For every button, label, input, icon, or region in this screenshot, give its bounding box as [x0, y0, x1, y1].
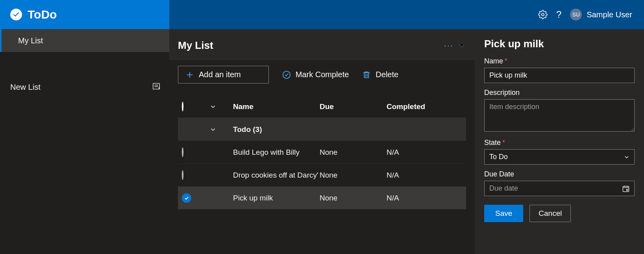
table-header: Name Due Completed: [178, 95, 466, 118]
collapse-all-toggle[interactable]: [209, 103, 233, 110]
description-input[interactable]: [484, 99, 635, 132]
row-name: Drop cookies off at Darcy': [233, 171, 320, 180]
new-list-icon: [152, 82, 161, 93]
table-row[interactable]: Drop cookies off at Darcy' None N/A: [178, 164, 466, 187]
group-toggle[interactable]: [209, 126, 233, 133]
svg-point-8: [283, 71, 290, 78]
row-due: None: [320, 148, 387, 157]
name-input[interactable]: [484, 68, 635, 83]
svg-rect-9: [365, 72, 369, 78]
help-icon[interactable]: ?: [556, 9, 561, 20]
more-icon: ···: [444, 41, 453, 51]
cancel-button[interactable]: Cancel: [529, 205, 571, 222]
app-name: ToDo: [28, 8, 57, 21]
delete-label: Delete: [376, 70, 398, 79]
due-date-input[interactable]: Due date: [484, 181, 635, 196]
sidebar-new-list[interactable]: New List: [0, 76, 169, 98]
col-due[interactable]: Due: [320, 102, 387, 111]
row-due: None: [320, 194, 387, 202]
select-all-checkbox[interactable]: [182, 102, 183, 111]
list-title: My List: [178, 39, 213, 52]
name-label: Name*: [484, 57, 635, 65]
list-header: My List ···: [169, 29, 475, 60]
sidebar-item-label: My List: [18, 36, 43, 45]
details-title: Pick up milk: [484, 38, 635, 50]
chevron-down-icon: [457, 41, 466, 50]
col-name[interactable]: Name: [233, 102, 320, 111]
sidebar-new-list-label: New List: [10, 83, 41, 92]
table-group-row[interactable]: Todo (3): [178, 118, 466, 141]
row-name: Build Lego with Billy: [233, 148, 320, 157]
row-completed: N/A: [387, 194, 453, 202]
user-name: Sample User: [587, 10, 632, 19]
sidebar-item-my-list[interactable]: My List: [0, 29, 169, 52]
topbar: ToDo ? SU Sample User: [0, 0, 644, 29]
row-select[interactable]: [182, 170, 183, 180]
state-select[interactable]: To Do: [484, 149, 635, 165]
row-select[interactable]: [182, 193, 191, 203]
row-name: Pick up milk: [233, 194, 320, 202]
list-view: My List ··· Add an item: [169, 29, 475, 254]
sidebar: My List New List: [0, 29, 169, 254]
delete-button[interactable]: Delete: [362, 70, 398, 79]
check-circle-outline-icon: [282, 70, 291, 79]
state-label: State*: [484, 139, 635, 147]
table-row[interactable]: Pick up milk None N/A: [178, 187, 466, 210]
svg-point-0: [542, 13, 544, 16]
add-item-label: Add an item: [199, 70, 241, 79]
row-completed: N/A: [387, 171, 453, 180]
list-header-menu[interactable]: ···: [444, 41, 466, 51]
description-label: Description: [484, 89, 635, 97]
mark-complete-label: Mark Complete: [296, 70, 349, 79]
save-button[interactable]: Save: [484, 205, 523, 222]
table-row[interactable]: Build Lego with Billy None N/A: [178, 141, 466, 164]
col-completed[interactable]: Completed: [387, 102, 453, 111]
avatar: SU: [570, 9, 582, 20]
app-brand[interactable]: ToDo: [0, 0, 169, 29]
row-due: None: [320, 171, 387, 180]
row-select[interactable]: [182, 147, 183, 157]
user-menu[interactable]: SU Sample User: [570, 9, 632, 20]
toolbar: Add an item Mark Complete Delete: [178, 66, 466, 83]
group-label: Todo (3): [233, 125, 453, 134]
row-completed: N/A: [387, 148, 453, 157]
due-date-label: Due Date: [484, 170, 635, 178]
add-item-button[interactable]: Add an item: [178, 66, 269, 83]
trash-icon: [362, 70, 371, 79]
mark-complete-button[interactable]: Mark Complete: [282, 70, 349, 79]
details-pane: Pick up milk Name* Description State*: [475, 29, 644, 254]
items-table: Name Due Completed Todo (3): [178, 95, 466, 210]
gear-icon[interactable]: [538, 10, 548, 19]
plus-icon: [185, 70, 194, 79]
topbar-actions: ? SU Sample User: [526, 0, 644, 29]
check-circle-icon: [10, 9, 22, 20]
